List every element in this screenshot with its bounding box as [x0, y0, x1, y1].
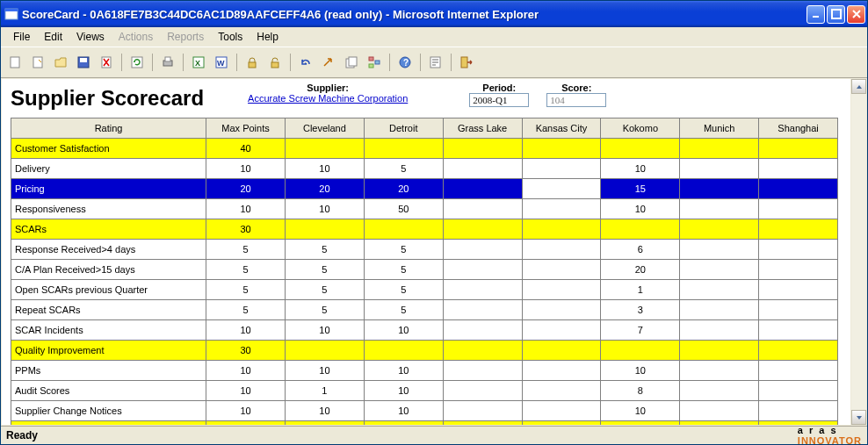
table-cell[interactable]: SCAR Incidents — [11, 320, 206, 341]
column-header[interactable]: Detroit — [364, 118, 443, 139]
table-cell[interactable] — [601, 139, 680, 159]
table-cell[interactable]: 5 — [285, 260, 364, 280]
table-cell[interactable]: 10 — [206, 159, 286, 179]
table-row[interactable]: Pricing20202015 — [11, 179, 838, 199]
table-cell[interactable]: 5 — [285, 240, 364, 260]
table-cell[interactable] — [522, 341, 601, 361]
table-cell[interactable]: 20 — [601, 260, 680, 280]
save-icon[interactable] — [73, 52, 94, 73]
table-cell[interactable]: 1 — [601, 280, 680, 300]
close-button[interactable] — [847, 5, 865, 24]
table-cell[interactable]: 20 — [364, 179, 443, 199]
table-cell[interactable]: Customer Satisfaction — [11, 139, 206, 159]
menu-views[interactable]: Views — [69, 29, 112, 45]
table-cell[interactable] — [759, 401, 838, 421]
table-cell[interactable] — [364, 139, 443, 159]
column-header[interactable]: Rating — [11, 118, 206, 139]
table-cell[interactable] — [601, 219, 680, 240]
table-cell[interactable] — [601, 341, 680, 361]
table-cell[interactable]: 10 — [364, 401, 443, 421]
table-cell[interactable] — [522, 401, 601, 421]
table-cell[interactable]: 20 — [285, 179, 364, 199]
table-cell[interactable] — [522, 381, 601, 401]
table-row[interactable]: SCARs30 — [11, 219, 838, 240]
period-input[interactable] — [469, 93, 529, 107]
table-cell[interactable]: 97 — [601, 421, 680, 426]
table-cell[interactable]: 30 — [206, 341, 286, 361]
table-cell[interactable]: Supplier Change Notices — [11, 401, 206, 421]
menu-actions[interactable]: Actions — [112, 29, 160, 45]
table-cell[interactable]: 20 — [206, 179, 286, 199]
undo-icon[interactable] — [295, 52, 316, 73]
table-cell[interactable]: 5 — [206, 280, 286, 300]
table-cell[interactable]: 50 — [364, 199, 443, 219]
table-cell[interactable]: 10 — [285, 320, 364, 341]
table-row[interactable]: C/A Plan Received>15 days55520 — [11, 260, 838, 280]
table-cell[interactable]: 3 — [601, 300, 680, 320]
table-cell[interactable] — [680, 401, 759, 421]
table-cell[interactable]: 10 — [206, 401, 286, 421]
table-cell[interactable]: 5 — [364, 280, 443, 300]
menu-reports[interactable]: Reports — [160, 29, 211, 45]
table-cell[interactable]: 10 — [601, 159, 680, 179]
table-cell[interactable]: 5 — [364, 300, 443, 320]
table-cell[interactable] — [443, 421, 522, 426]
table-cell[interactable]: 10 — [601, 199, 680, 219]
supplier-link[interactable]: Accurate Screw Machine Corporation — [248, 93, 408, 104]
table-cell[interactable]: 15 — [601, 179, 680, 199]
table-row[interactable]: Customer Satisfaction40 — [11, 139, 838, 159]
unlock-icon[interactable] — [264, 52, 286, 73]
table-cell[interactable] — [759, 421, 838, 426]
export-excel-icon[interactable]: X — [188, 52, 209, 73]
table-cell[interactable] — [759, 300, 838, 320]
table-cell[interactable] — [443, 240, 522, 260]
table-cell[interactable] — [522, 320, 601, 341]
table-cell[interactable]: Open SCARs previous Quarter — [11, 280, 206, 300]
table-cell[interactable]: Total Score — [11, 421, 206, 426]
table-row[interactable]: Repeat SCARs5553 — [11, 300, 838, 320]
table-cell[interactable] — [680, 361, 759, 381]
table-cell[interactable]: 8 — [601, 381, 680, 401]
table-cell[interactable] — [443, 401, 522, 421]
table-cell[interactable] — [443, 381, 522, 401]
minimize-button[interactable] — [807, 5, 825, 24]
menu-help[interactable]: Help — [250, 29, 286, 45]
table-cell[interactable]: 10 — [285, 199, 364, 219]
table-cell[interactable]: 10 — [364, 320, 443, 341]
table-cell[interactable] — [759, 139, 838, 159]
table-cell[interactable]: C/A Plan Received>15 days — [11, 260, 206, 280]
table-cell[interactable] — [443, 260, 522, 280]
table-cell[interactable] — [522, 260, 601, 280]
table-cell[interactable]: 40 — [206, 139, 286, 159]
table-cell[interactable]: 100 — [206, 421, 286, 426]
table-cell[interactable]: 10 — [206, 199, 286, 219]
menu-edit[interactable]: Edit — [37, 29, 69, 45]
table-cell[interactable] — [759, 341, 838, 361]
table-cell[interactable] — [443, 219, 522, 240]
table-cell[interactable]: 10 — [364, 361, 443, 381]
table-row[interactable]: Delivery1010510 — [11, 159, 838, 179]
table-cell[interactable] — [759, 219, 838, 240]
column-header[interactable]: Kansas City — [522, 118, 601, 139]
table-cell[interactable] — [443, 159, 522, 179]
table-cell[interactable]: 10 — [364, 381, 443, 401]
table-cell[interactable] — [680, 260, 759, 280]
table-cell[interactable] — [680, 280, 759, 300]
table-cell[interactable] — [285, 341, 364, 361]
new-template-icon[interactable] — [27, 52, 48, 73]
table-cell[interactable]: 10 — [206, 381, 286, 401]
table-cell[interactable]: 6 — [601, 240, 680, 260]
table-cell[interactable]: 5 — [364, 260, 443, 280]
table-cell[interactable] — [680, 320, 759, 341]
table-cell[interactable] — [522, 361, 601, 381]
table-row[interactable]: Quality Improvement30 — [11, 341, 838, 361]
table-cell[interactable] — [680, 341, 759, 361]
table-cell[interactable]: 10 — [601, 401, 680, 421]
table-cell[interactable] — [680, 199, 759, 219]
table-cell[interactable]: 30 — [206, 219, 286, 240]
table-cell[interactable] — [522, 219, 601, 240]
menu-file[interactable]: File — [6, 29, 37, 45]
table-cell[interactable] — [443, 320, 522, 341]
table-cell[interactable] — [680, 179, 759, 199]
exit-icon[interactable] — [456, 52, 477, 73]
